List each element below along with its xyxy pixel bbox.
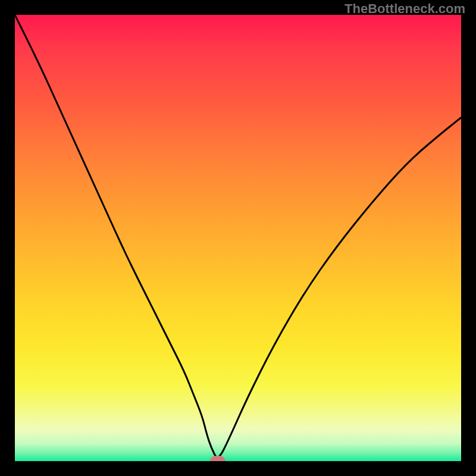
plot-area bbox=[15, 15, 461, 461]
bottleneck-curve bbox=[15, 15, 461, 461]
watermark-text: TheBottleneck.com bbox=[345, 1, 465, 17]
minimum-marker bbox=[210, 456, 226, 461]
curve-path bbox=[15, 15, 461, 457]
